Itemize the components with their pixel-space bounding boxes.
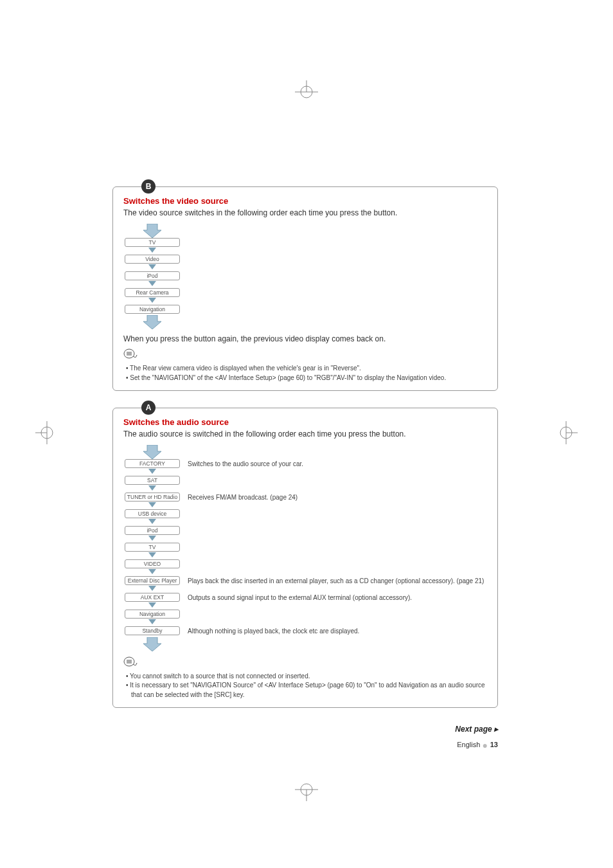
flow-row: StandbyAlthough nothing is played back, … bbox=[123, 626, 487, 636]
svg-marker-26 bbox=[148, 519, 156, 524]
flow-item: Navigation bbox=[125, 610, 180, 619]
flow-row: USB device bbox=[123, 509, 487, 526]
note-icon bbox=[123, 348, 138, 361]
flow-item: FACTORY bbox=[125, 459, 180, 468]
flow-arrow-in-icon bbox=[143, 445, 161, 459]
flow-arrow-in-icon bbox=[143, 224, 161, 238]
svg-marker-12 bbox=[143, 224, 161, 238]
section-b-aftertext: When you press the button again, the pre… bbox=[123, 334, 487, 343]
svg-marker-24 bbox=[148, 485, 156, 491]
chevron-down-icon bbox=[148, 264, 156, 271]
flow-item: VIDEO bbox=[125, 559, 180, 568]
flow-desc bbox=[188, 526, 487, 527]
flow-desc: Outputs a sound signal input to the exte… bbox=[188, 593, 487, 602]
flow-desc bbox=[188, 509, 487, 510]
flow-row: iPod bbox=[123, 526, 487, 543]
crop-mark-left bbox=[35, 421, 58, 447]
svg-marker-30 bbox=[148, 586, 156, 591]
chevron-down-icon bbox=[148, 248, 156, 254]
svg-marker-32 bbox=[148, 619, 156, 624]
chevron-down-icon bbox=[148, 485, 156, 492]
svg-marker-14 bbox=[148, 264, 156, 269]
flow-item: Video bbox=[125, 255, 180, 264]
flow-desc: Receives FM/AM broadcast. (page 24) bbox=[188, 493, 487, 502]
section-b-subtitle: The video source switches in the followi… bbox=[123, 208, 487, 217]
flow-item: TUNER or HD Radio bbox=[125, 493, 180, 502]
svg-marker-13 bbox=[148, 248, 156, 253]
flow-desc: Plays back the disc inserted in an exter… bbox=[188, 576, 487, 586]
flow-row: Navigation bbox=[123, 610, 487, 626]
note-item: It is necessary to set "NAVIGATION Sourc… bbox=[126, 681, 487, 700]
flow-item: AUX EXT bbox=[125, 593, 180, 602]
svg-marker-17 bbox=[143, 315, 161, 329]
svg-marker-16 bbox=[148, 298, 156, 303]
crop-mark-bottom bbox=[295, 778, 318, 804]
section-audio-source: A Switches the audio source The audio so… bbox=[112, 408, 498, 708]
chevron-down-icon bbox=[148, 281, 156, 287]
footer-language: English bbox=[457, 741, 480, 748]
chevron-down-icon bbox=[148, 536, 156, 542]
section-b-notes: The Rear view camera video is displayed … bbox=[123, 364, 487, 383]
svg-marker-33 bbox=[143, 637, 161, 651]
section-a-title: Switches the audio source bbox=[123, 417, 487, 427]
flow-item: Rear Camera bbox=[125, 288, 180, 297]
flow-item: TV bbox=[125, 238, 180, 247]
svg-marker-28 bbox=[148, 552, 156, 557]
flow-item: USB device bbox=[125, 509, 180, 518]
flow-desc bbox=[188, 543, 487, 543]
svg-marker-25 bbox=[148, 502, 156, 507]
svg-marker-23 bbox=[148, 469, 156, 474]
flow-row: External Disc PlayerPlays back the disc … bbox=[123, 576, 487, 593]
flow-arrow-out-icon bbox=[143, 637, 161, 651]
flow-b: TV Video iPod Rear Camera Navigation bbox=[123, 224, 487, 329]
note-item: You cannot switch to a source that is no… bbox=[126, 672, 487, 682]
page-footer: English ● 13 bbox=[112, 740, 498, 750]
svg-marker-15 bbox=[148, 281, 156, 286]
flow-row: AUX EXTOutputs a sound signal input to t… bbox=[123, 593, 487, 610]
next-page-link: Next page ▸ bbox=[112, 725, 498, 734]
chevron-right-icon: ▸ bbox=[494, 725, 498, 734]
flow-item: Standby bbox=[125, 626, 180, 635]
chevron-down-icon bbox=[148, 619, 156, 626]
note-item: Set the "NAVIGATION" of the <AV Interfac… bbox=[126, 374, 487, 383]
flow-item: Navigation bbox=[125, 305, 180, 314]
note-icon bbox=[123, 656, 138, 669]
flow-item: iPod bbox=[125, 271, 180, 280]
flow-item: SAT bbox=[125, 476, 180, 485]
section-video-source: B Switches the video source The video so… bbox=[112, 186, 498, 391]
svg-marker-29 bbox=[148, 569, 156, 574]
footer-page-number: 13 bbox=[490, 741, 498, 748]
flow-row: TUNER or HD RadioReceives FM/AM broadcas… bbox=[123, 493, 487, 509]
flow-row: TV bbox=[123, 543, 487, 559]
section-a-notes: You cannot switch to a source that is no… bbox=[123, 672, 487, 700]
flow-row: FACTORYSwitches to the audio source of y… bbox=[123, 459, 487, 476]
flow-row: SAT bbox=[123, 476, 487, 493]
flow-item: TV bbox=[125, 543, 180, 552]
svg-marker-27 bbox=[148, 536, 156, 541]
flow-row: VIDEO bbox=[123, 559, 487, 576]
crop-mark-right bbox=[555, 421, 578, 447]
footer-dot-icon: ● bbox=[482, 740, 490, 750]
flow-desc: Although nothing is played back, the clo… bbox=[188, 626, 487, 636]
chevron-down-icon bbox=[148, 586, 156, 592]
flow-item: External Disc Player bbox=[125, 576, 180, 585]
page-content: B Switches the video source The video so… bbox=[112, 186, 498, 750]
chevron-down-icon bbox=[148, 502, 156, 509]
flow-desc: Switches to the audio source of your car… bbox=[188, 459, 487, 469]
badge-b: B bbox=[141, 179, 155, 194]
chevron-down-icon bbox=[148, 469, 156, 475]
flow-a: FACTORYSwitches to the audio source of y… bbox=[123, 445, 487, 651]
chevron-down-icon bbox=[148, 569, 156, 575]
section-b-title: Switches the video source bbox=[123, 196, 487, 206]
flow-arrow-out-icon bbox=[143, 315, 161, 329]
flow-desc bbox=[188, 610, 487, 610]
flow-desc bbox=[188, 559, 487, 560]
flow-item: iPod bbox=[125, 526, 180, 535]
chevron-down-icon bbox=[148, 519, 156, 525]
svg-marker-22 bbox=[143, 445, 161, 459]
flow-desc bbox=[188, 476, 487, 476]
chevron-down-icon bbox=[148, 552, 156, 559]
svg-marker-31 bbox=[148, 602, 156, 608]
badge-a: A bbox=[141, 401, 155, 415]
crop-mark-top bbox=[295, 80, 318, 106]
